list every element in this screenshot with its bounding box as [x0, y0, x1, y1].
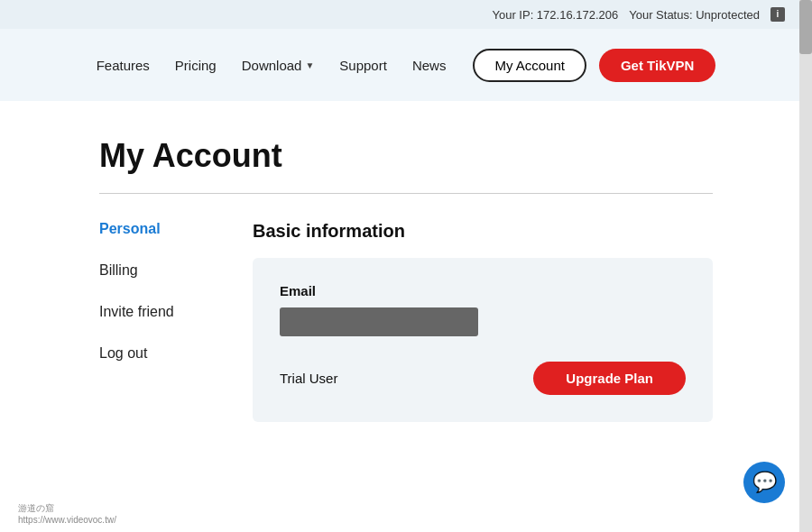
chat-icon: 💬	[752, 471, 777, 494]
ip-label: Your IP: 172.16.172.206	[492, 8, 618, 22]
nav-features[interactable]: Features	[97, 58, 150, 73]
section-title: Basic information	[253, 221, 713, 242]
nav-pricing[interactable]: Pricing	[175, 58, 217, 73]
status-label: Your Status: Unprotected	[629, 8, 760, 22]
watermark: 游道の窟 https://www.videovoc.tw/	[18, 502, 116, 525]
upgrade-plan-button[interactable]: Upgrade Plan	[533, 362, 686, 395]
trial-label: Trial User	[280, 371, 337, 386]
email-label: Email	[280, 283, 686, 298]
page-wrapper: Your IP: 172.16.172.206 Your Status: Unp…	[0, 0, 812, 532]
nav-support[interactable]: Support	[339, 58, 387, 73]
get-tikvpn-button[interactable]: Get TikVPN	[599, 49, 715, 82]
sidebar-item-personal[interactable]: Personal	[99, 221, 244, 237]
sidebar-menu: Personal Billing Invite friend Log out	[99, 221, 244, 422]
sidebar-item-invite-friend[interactable]: Invite friend	[99, 304, 244, 320]
nav-download[interactable]: Download ▼	[242, 58, 315, 73]
info-card: Email Trial User Upgrade Plan	[253, 258, 713, 422]
account-layout: Personal Billing Invite friend Log out B…	[99, 221, 713, 422]
trial-row: Trial User Upgrade Plan	[280, 362, 686, 395]
scrollbar[interactable]	[799, 0, 812, 532]
sidebar-item-billing[interactable]: Billing	[99, 262, 244, 279]
chevron-down-icon: ▼	[305, 60, 314, 70]
scrollbar-thumb[interactable]	[799, 0, 812, 54]
page-title: My Account	[99, 137, 713, 175]
my-account-button[interactable]: My Account	[473, 49, 586, 82]
content-panel: Basic information Email Trial User Upgra…	[244, 221, 713, 422]
sidebar-item-logout[interactable]: Log out	[99, 345, 244, 362]
email-bar	[280, 307, 478, 336]
divider	[99, 193, 713, 194]
nav-links: Features Pricing Download ▼ Support News	[97, 58, 447, 73]
top-bar: Your IP: 172.16.172.206 Your Status: Unp…	[0, 0, 812, 29]
main-content: My Account Personal Billing Invite frien…	[0, 101, 812, 458]
navbar: Features Pricing Download ▼ Support News…	[0, 29, 812, 101]
chat-bubble[interactable]: 💬	[743, 462, 785, 503]
nav-news[interactable]: News	[412, 58, 447, 73]
status-icon: i	[770, 7, 785, 22]
